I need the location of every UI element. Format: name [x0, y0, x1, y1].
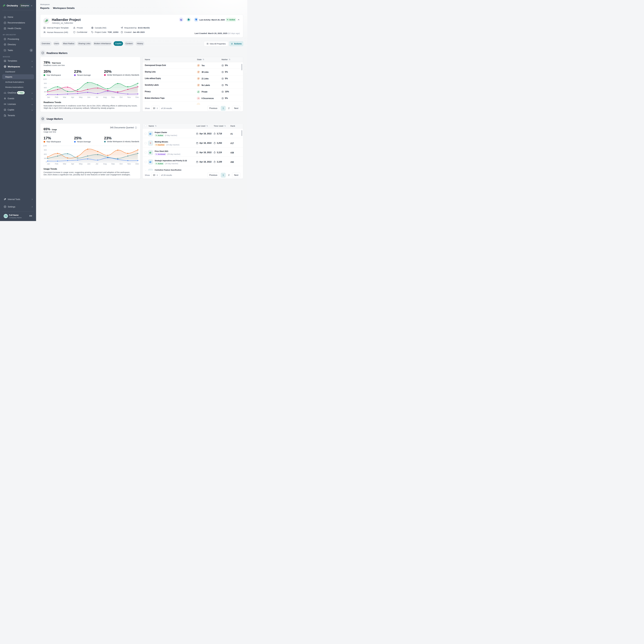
svg-text:Apr: Apr — [71, 163, 74, 165]
svg-text:May: May — [79, 163, 83, 165]
svg-text:900: 900 — [44, 82, 47, 84]
svg-text:900: 900 — [44, 149, 47, 151]
svg-text:Jan: Jan — [47, 163, 50, 165]
svg-text:Feb: Feb — [55, 96, 58, 98]
svg-text:Jan: Jan — [47, 96, 50, 98]
svg-text:Jun: Jun — [87, 96, 90, 98]
svg-text:Nov: Nov — [127, 96, 131, 98]
svg-text:Jun: Jun — [87, 163, 90, 165]
svg-text:300: 300 — [44, 157, 47, 159]
svg-text:1100: 1100 — [43, 78, 47, 80]
svg-text:0: 0 — [46, 161, 47, 163]
svg-text:Jul: Jul — [96, 96, 98, 98]
svg-text:Jul: Jul — [96, 163, 98, 165]
svg-text:May: May — [79, 96, 83, 98]
svg-text:Mar: Mar — [63, 163, 66, 165]
svg-text:1100: 1100 — [43, 145, 47, 147]
svg-text:600: 600 — [44, 153, 47, 155]
svg-text:Aug: Aug — [103, 96, 107, 98]
svg-text:Oct: Oct — [120, 96, 123, 98]
svg-text:Dec: Dec — [135, 96, 139, 98]
svg-text:Mar: Mar — [63, 96, 66, 98]
svg-text:300: 300 — [44, 91, 47, 93]
svg-text:Aug: Aug — [103, 163, 107, 165]
svg-text:Oct: Oct — [120, 163, 123, 165]
svg-text:Feb: Feb — [55, 163, 58, 165]
svg-text:600: 600 — [44, 87, 47, 89]
svg-text:PDF: PDF — [150, 143, 151, 143]
svg-text:Apr: Apr — [71, 96, 74, 98]
svg-text:Dec: Dec — [135, 163, 139, 165]
svg-text:Nov: Nov — [127, 163, 131, 165]
svg-text:0: 0 — [46, 94, 47, 96]
svg-text:Sep: Sep — [111, 96, 115, 98]
svg-text:Sep: Sep — [111, 163, 115, 165]
